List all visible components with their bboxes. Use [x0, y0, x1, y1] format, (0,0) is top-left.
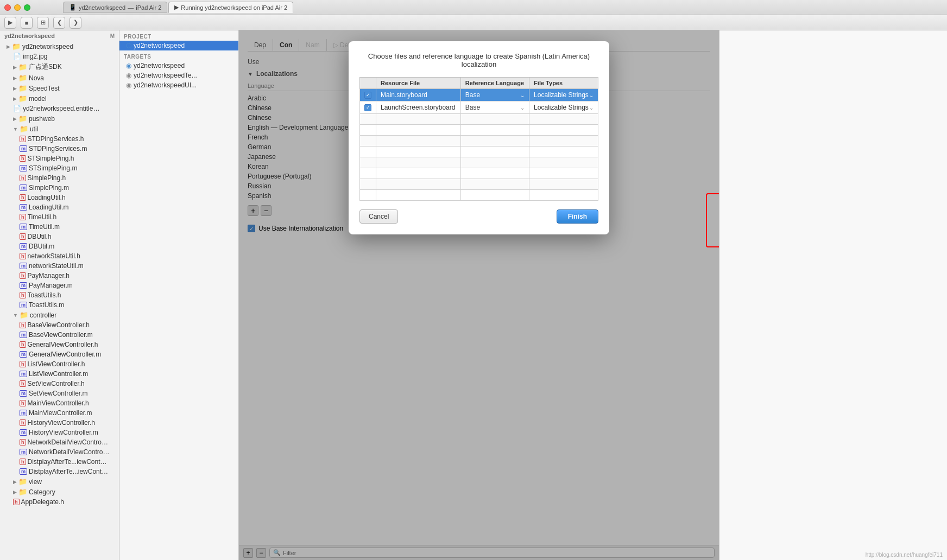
row-checkbox-cell[interactable]: ✓ [360, 89, 376, 101]
maximize-button[interactable] [24, 4, 30, 11]
sidebar-item[interactable]: ▶📁广点通SDK [0, 61, 119, 73]
sidebar-item-label: SetViewController.m [29, 390, 88, 397]
sidebar-item[interactable]: ▶📁model [0, 93, 119, 104]
sidebar-item[interactable]: hNetworkDetailViewController.h [0, 437, 119, 447]
sidebar-item[interactable]: hGeneralViewController.h [0, 340, 119, 349]
sidebar-item-label: SimplePing.m [29, 184, 69, 192]
sidebar-item-label: TimeUtil.m [29, 223, 60, 231]
cancel-button[interactable]: Cancel [359, 209, 398, 224]
stop-button[interactable]: ■ [21, 17, 33, 29]
sidebar-item[interactable]: mPayManager.m [0, 281, 119, 290]
filetype-dropdown-arrow[interactable]: ⌄ [589, 105, 594, 111]
tab-bar: 📱 yd2networkspeed — iPad Air 2 ▶ Running… [63, 2, 293, 13]
row-checkbox[interactable]: ✓ [364, 92, 371, 99]
sidebar-item[interactable]: mSTSimplePing.m [0, 163, 119, 173]
sidebar-item-label: BaseViewController.h [28, 321, 90, 329]
sidebar-item[interactable]: mDistplayAfterTe...iewController.m [0, 467, 119, 476]
forward-button[interactable]: ❯ [70, 17, 81, 29]
project-icon: ⬡ [126, 42, 131, 49]
sidebar-item-label: DBUtil.m [29, 243, 54, 250]
sidebar-item[interactable]: ▶📁Nova [0, 73, 119, 83]
sidebar-item[interactable]: hnetworkStateUtil.h [0, 251, 119, 261]
row-checkbox[interactable]: ✓ [364, 104, 371, 111]
sidebar-item[interactable]: mHistoryViewController.m [0, 428, 119, 437]
sidebar-item[interactable]: mLoadingUtil.m [0, 202, 119, 212]
sidebar-item[interactable]: hSetViewController.h [0, 379, 119, 389]
sidebar-item[interactable]: mDBUtil.m [0, 241, 119, 251]
sidebar-item[interactable]: mnetworkStateUtil.m [0, 261, 119, 271]
sidebar-item[interactable]: hAppDelegate.h [0, 497, 119, 507]
sidebar-item[interactable]: mMainViewController.m [0, 408, 119, 418]
sidebar-item[interactable]: hSTSimplePing.h [0, 154, 119, 163]
sidebar-item[interactable]: mBaseViewController.m [0, 330, 119, 340]
sidebar-item[interactable]: ▼📁util [0, 124, 119, 134]
red-highlight-box [706, 193, 719, 247]
target-yd2ui[interactable]: ◉ yd2networkspeedUI... [119, 80, 238, 90]
sidebar-item-label: HistoryViewController.h [28, 419, 96, 427]
sidebar-item-label: DBUtil.h [28, 233, 52, 240]
sidebar-item[interactable]: ▼📁controller [0, 310, 119, 320]
modal-dialog: Choose files and reference language to c… [349, 41, 609, 234]
sidebar-item[interactable]: hDistplayAfterTe...iewController.h [0, 457, 119, 467]
sidebar-item-label: DistplayAfterTe...iewController.m [29, 468, 110, 475]
sidebar-item[interactable]: hDBUtil.h [0, 232, 119, 241]
sidebar-item[interactable]: hPayManager.h [0, 271, 119, 281]
sidebar-item-label: yd2networkspeed.entitlements [23, 105, 104, 112]
target-yd2te[interactable]: ◉ yd2networkspeedTe... [119, 71, 238, 80]
filetype-dropdown-arrow[interactable]: ⌄ [589, 92, 594, 98]
reflang-dropdown-arrow[interactable]: ⌄ [520, 92, 525, 98]
sidebar-item[interactable]: mTimeUtil.m [0, 222, 119, 232]
row-checkbox-cell[interactable]: ✓ [360, 101, 376, 114]
target-yd2[interactable]: ◉ yd2networkspeed [119, 61, 238, 71]
scheme-selector[interactable]: ⊞ [37, 17, 49, 29]
sidebar-item[interactable]: mListViewController.m [0, 369, 119, 379]
sidebar-item[interactable]: hBaseViewController.h [0, 320, 119, 330]
sidebar-item[interactable]: ▶📁SpeedTest [0, 83, 119, 93]
sidebar-item[interactable]: hLoadingUtil.h [0, 193, 119, 202]
sidebar-item[interactable]: mNetworkDetailViewController.m [0, 447, 119, 457]
sidebar-item-label: 广点通SDK [29, 62, 62, 72]
sidebar-header: yd2networkspeed M [0, 30, 119, 41]
sidebar-item[interactable]: mGeneralViewController.m [0, 349, 119, 359]
sidebar-item[interactable]: ▶📁pushweb [0, 113, 119, 124]
sidebar-item[interactable]: mToastUtils.m [0, 300, 119, 310]
sidebar-item[interactable]: 📄yd2networkspeed.entitlements [0, 104, 119, 113]
sidebar-item-label: LoadingUtil.h [28, 194, 66, 201]
sidebar-item[interactable]: hHistoryViewController.h [0, 418, 119, 428]
sidebar-item[interactable]: mSTDPingServices.m [0, 144, 119, 154]
sidebar-item[interactable]: hSimplePing.h [0, 173, 119, 183]
main-layout: yd2networkspeed M ▶📁yd2networkspeed📄img2… [0, 30, 947, 560]
sidebar-item[interactable]: ▶📁view [0, 476, 119, 487]
modal-table-row[interactable]: ✓ LaunchScreen.storyboard Base ⌄ Localiz… [360, 101, 598, 114]
run-button[interactable]: ▶ [4, 17, 16, 29]
sidebar-item-label: STDPingServices.m [29, 145, 87, 152]
tab-running[interactable]: ▶ Running yd2networkspeed on iPad Air 2 [168, 2, 293, 13]
sidebar-item[interactable]: hListViewController.h [0, 359, 119, 369]
sidebar-item-label: SimplePing.h [28, 174, 66, 182]
sidebar-item[interactable]: 📄img2.jpg [0, 52, 119, 61]
m-badge: M [110, 33, 115, 39]
sidebar-item[interactable]: ▶📁yd2networkspeed [0, 41, 119, 52]
sidebar-item[interactable]: hTimeUtil.h [0, 212, 119, 222]
sidebar-item-label: Category [29, 488, 55, 496]
sidebar-item-label: view [29, 478, 42, 486]
finish-button[interactable]: Finish [557, 209, 598, 224]
sidebar-item[interactable]: mSimplePing.m [0, 183, 119, 193]
sidebar-item-label: GeneralViewController.h [28, 341, 98, 348]
sidebar-item[interactable]: hMainViewController.h [0, 398, 119, 408]
reflang-dropdown-arrow[interactable]: ⌄ [520, 105, 525, 111]
sidebar-item[interactable]: hSTDPingServices.h [0, 134, 119, 144]
sidebar-item-label: SetViewController.h [28, 380, 85, 387]
sidebar-items-container: ▶📁yd2networkspeed📄img2.jpg▶📁广点通SDK▶📁Nova… [0, 41, 119, 507]
sidebar-item[interactable]: hToastUtils.h [0, 290, 119, 300]
close-button[interactable] [4, 4, 11, 11]
project-item-main[interactable]: ⬡ yd2networkspeed [119, 41, 238, 50]
sidebar-item[interactable]: mSetViewController.m [0, 389, 119, 398]
back-button[interactable]: ❮ [53, 17, 65, 29]
tab-app[interactable]: 📱 yd2networkspeed — iPad Air 2 [63, 2, 167, 13]
minimize-button[interactable] [14, 4, 21, 11]
sidebar-item[interactable]: ▶📁Category [0, 487, 119, 497]
tab-running-label: Running yd2networkspeed on iPad Air 2 [181, 4, 287, 11]
modal-table-row[interactable]: ✓ Main.storyboard Base ⌄ Localizable Str… [360, 89, 598, 101]
modal-col-filetypes: File Types [529, 78, 598, 89]
